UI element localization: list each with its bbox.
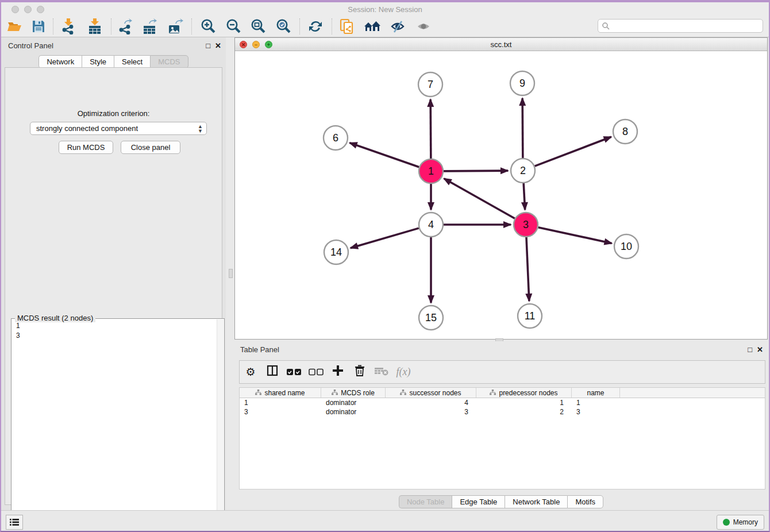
- delete-column-icon[interactable]: [349, 365, 371, 379]
- graph-node-2[interactable]: 2: [511, 159, 535, 183]
- table-cell[interactable]: 3: [240, 407, 321, 417]
- mcds-result-box: MCDS result (2 nodes) 1 3: [11, 318, 225, 531]
- graph-node-3[interactable]: 3: [514, 213, 538, 237]
- float-window-icon[interactable]: □: [206, 41, 210, 50]
- search-input[interactable]: [610, 22, 763, 30]
- float-window-icon[interactable]: □: [748, 345, 752, 354]
- refresh-view-icon[interactable]: [306, 18, 325, 35]
- svg-text:15: 15: [425, 312, 437, 323]
- tab-style[interactable]: Style: [82, 55, 114, 68]
- open-session-icon[interactable]: [5, 18, 24, 35]
- graph-node-7[interactable]: 7: [418, 72, 442, 97]
- import-table-icon[interactable]: [85, 18, 105, 35]
- add-column-icon[interactable]: [327, 365, 349, 379]
- import-network-icon[interactable]: [58, 18, 78, 35]
- graph-node-4[interactable]: 4: [419, 213, 443, 237]
- mcds-result-text[interactable]: 1 3: [13, 321, 216, 530]
- table-cell[interactable]: 1: [240, 398, 321, 407]
- table-cell[interactable]: 3: [572, 407, 620, 417]
- deselect-all-rows-icon[interactable]: [305, 366, 327, 379]
- column-header-successor-nodes[interactable]: successor nodes: [386, 388, 476, 398]
- column-layout-icon[interactable]: [261, 365, 283, 379]
- graph-edge-1-6[interactable]: [350, 143, 419, 167]
- export-image-icon[interactable]: [165, 18, 185, 35]
- toolbar-separator: [191, 18, 192, 34]
- column-header-shared-name[interactable]: shared name: [240, 388, 321, 398]
- tab-select[interactable]: Select: [114, 55, 150, 68]
- network-window-titlebar[interactable]: ✕ − + scc.txt: [235, 38, 767, 51]
- close-panel-icon[interactable]: ✕: [757, 345, 763, 354]
- graph-edge-4-14[interactable]: [351, 228, 419, 248]
- hide-panel-icon[interactable]: [388, 18, 407, 35]
- control-panel: Control Panel □ ✕ NetworkStyleSelectMCDS…: [1, 37, 226, 510]
- dropdown-stepper-icon: ▲▼: [198, 124, 203, 133]
- graph-node-10[interactable]: 10: [614, 234, 638, 259]
- tab-edge-table[interactable]: Edge Table: [452, 495, 505, 508]
- node-table: shared nameMCDS rolesuccessor nodesprede…: [239, 387, 765, 489]
- task-list-icon: [10, 518, 19, 526]
- panel-splitter-grip[interactable]: [229, 269, 233, 278]
- titlebar: Session: New Session: [0, 2, 770, 16]
- tree-hierarchy-icon: [400, 389, 406, 397]
- zoom-selected-icon[interactable]: [274, 18, 293, 35]
- graph-edge-3-1[interactable]: [444, 179, 515, 218]
- graph-edge-3-11[interactable]: [526, 237, 529, 301]
- graph-edge-2-8[interactable]: [535, 137, 611, 166]
- zoom-in-icon[interactable]: [198, 18, 218, 35]
- graph-node-6[interactable]: 6: [324, 126, 348, 150]
- tab-network[interactable]: Network: [38, 55, 82, 68]
- show-panel-icon[interactable]: [414, 18, 433, 35]
- table-header-row: shared nameMCDS rolesuccessor nodesprede…: [240, 387, 765, 398]
- table-cell[interactable]: 4: [386, 398, 476, 407]
- svg-text:4: 4: [428, 219, 434, 230]
- graph-node-1[interactable]: 1: [419, 159, 443, 183]
- table-cell[interactable]: dominator: [321, 398, 386, 407]
- tab-network-table[interactable]: Network Table: [505, 495, 567, 508]
- graph-edge-2-3[interactable]: [523, 183, 525, 210]
- tab-node-table[interactable]: Node Table: [399, 495, 452, 508]
- tab-motifs[interactable]: Motifs: [567, 495, 603, 508]
- graph-node-15[interactable]: 15: [419, 306, 443, 330]
- tab-mcds[interactable]: MCDS: [150, 55, 188, 68]
- network-window: ✕ − + scc.txt 1234678910111415: [234, 37, 768, 340]
- graph-node-11[interactable]: 11: [518, 304, 542, 328]
- graph-node-8[interactable]: 8: [613, 119, 637, 144]
- search-field[interactable]: [598, 19, 763, 33]
- table-cell[interactable]: 2: [476, 407, 572, 417]
- table-settings-icon[interactable]: ⚙: [240, 365, 261, 379]
- memory-button[interactable]: Memory: [717, 515, 764, 530]
- clone-network-icon[interactable]: [337, 18, 357, 35]
- zoom-fit-icon[interactable]: [248, 18, 268, 35]
- save-session-icon[interactable]: [29, 18, 48, 35]
- graph-edge-1-7[interactable]: [430, 99, 431, 159]
- table-row[interactable]: 3dominator323: [240, 407, 765, 417]
- criterion-dropdown[interactable]: strongly connected component ▲▼: [30, 122, 207, 135]
- column-header-predecessor-nodes[interactable]: predecessor nodes: [476, 388, 572, 398]
- graph-edge-1-2[interactable]: [444, 171, 508, 171]
- table-cell[interactable]: dominator: [321, 407, 386, 417]
- svg-text:8: 8: [622, 126, 628, 137]
- close-panel-button[interactable]: Close panel: [121, 141, 180, 154]
- table-cell[interactable]: 1: [476, 398, 572, 407]
- table-cell[interactable]: 1: [572, 398, 620, 407]
- export-network-icon[interactable]: [116, 18, 135, 35]
- column-header-name[interactable]: name: [572, 388, 620, 398]
- network-canvas[interactable]: 1234678910111415: [235, 51, 767, 339]
- graph-edge-2-9[interactable]: [522, 98, 523, 158]
- export-table-icon[interactable]: [140, 18, 160, 35]
- home-layout-icon[interactable]: [363, 18, 382, 35]
- column-header-MCDS-role[interactable]: MCDS role: [321, 388, 386, 398]
- toolbar-separator: [332, 18, 332, 34]
- run-mcds-button[interactable]: Run MCDS: [59, 141, 113, 154]
- select-all-rows-icon[interactable]: [283, 366, 305, 379]
- table-cell[interactable]: 3: [386, 407, 476, 417]
- zoom-out-icon[interactable]: [224, 18, 243, 35]
- graph-node-9[interactable]: 9: [510, 71, 534, 95]
- graph-node-14[interactable]: 14: [324, 240, 348, 264]
- table-row[interactable]: 1dominator411: [240, 398, 765, 407]
- result-scrollbar[interactable]: [217, 319, 224, 530]
- task-history-button[interactable]: [6, 515, 23, 530]
- table-toolbar: ⚙ f(x): [239, 360, 765, 384]
- graph-edge-3-10[interactable]: [538, 228, 611, 244]
- close-panel-icon[interactable]: ✕: [215, 41, 221, 50]
